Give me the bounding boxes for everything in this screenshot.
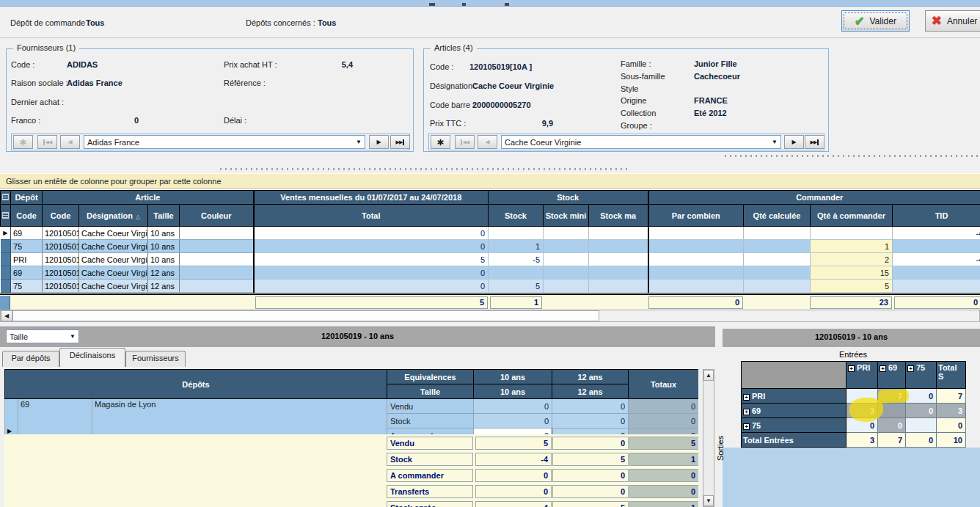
- table-row[interactable]: ▶ 69 12010501 Cache Coeur Virgir 10 ans …: [1, 227, 980, 240]
- matrix-row-69-header[interactable]: +69: [742, 404, 846, 418]
- chevron-down-icon[interactable]: ▼: [769, 139, 778, 145]
- cell-total[interactable]: 0: [254, 240, 489, 253]
- cell-tid[interactable]: [893, 280, 980, 293]
- grid-menu-icon[interactable]: [1, 191, 11, 205]
- next-record-button[interactable]: ▶: [784, 135, 804, 149]
- cell-pri-total[interactable]: 7: [937, 389, 966, 404]
- cell-12ans[interactable]: 0: [552, 399, 629, 414]
- splitter-handle[interactable]: [725, 155, 978, 157]
- cell-taille[interactable]: 12 ans: [148, 280, 180, 293]
- group-header-ventes[interactable]: Ventes mensuelles du 01/07/2017 au 24/07…: [254, 191, 489, 205]
- cell-stock-mini[interactable]: [544, 240, 589, 253]
- cell-couleur[interactable]: [180, 280, 254, 293]
- cell-stock-maxi[interactable]: [589, 240, 648, 253]
- first-record-button[interactable]: ◀◀: [37, 135, 57, 149]
- cell-stock[interactable]: [489, 266, 544, 280]
- previous-record-button[interactable]: ◀: [478, 135, 497, 149]
- col-header-taille[interactable]: Taille: [387, 384, 474, 399]
- cell-stock-maxi[interactable]: [589, 253, 648, 266]
- table-row[interactable]: 69 12010501 Cache Coeur Virgir 12 ans 0 …: [1, 266, 980, 280]
- cell-depot-code[interactable]: 69: [18, 399, 92, 435]
- col-header-article-code[interactable]: Code: [43, 205, 79, 227]
- group-header-depot[interactable]: Dépôt: [11, 191, 43, 205]
- cell-stock[interactable]: 5: [489, 280, 544, 293]
- cell-69-75[interactable]: 0: [906, 404, 937, 418]
- cell-measure-label[interactable]: Stock: [387, 414, 474, 428]
- group-by-hint[interactable]: Glisser un entête de colonne pour groupe…: [0, 173, 980, 189]
- matrix-row-total-header[interactable]: Total Entrées: [742, 433, 846, 448]
- cell-10ans[interactable]: 0: [474, 399, 552, 414]
- cell-stock-maxi[interactable]: [589, 280, 648, 293]
- col-header-stock-maxi[interactable]: Stock ma: [589, 205, 648, 227]
- cell-designation[interactable]: Cache Coeur Virgir: [79, 266, 148, 280]
- col-header-designation[interactable]: Désignation△: [79, 205, 148, 227]
- cell-designation[interactable]: Cache Coeur Virgir: [79, 227, 148, 240]
- tab-declinaisons[interactable]: Déclinaisons: [59, 348, 125, 367]
- table-row[interactable]: 69 Magasin de Lyon Vendu 0 0 0: [5, 399, 699, 414]
- matrix-row-total[interactable]: Total Entrées 3 7 0 10: [742, 433, 966, 448]
- cell-qte-commander[interactable]: 5: [811, 280, 893, 293]
- cell-qte-calculee[interactable]: [744, 253, 811, 266]
- article-combobox[interactable]: Cache Coeur Virginie ▼: [501, 135, 781, 149]
- cell-code[interactable]: 12010501: [43, 240, 79, 253]
- cell-taille[interactable]: 10 ans: [148, 240, 180, 253]
- cell-par-combien[interactable]: [648, 253, 744, 266]
- cell-total-75[interactable]: 0: [906, 433, 937, 448]
- cell-tid[interactable]: -4: [893, 253, 980, 266]
- col-header-10ans-equiv[interactable]: 10 ans: [474, 370, 552, 384]
- cell-12ans[interactable]: 0: [552, 414, 629, 428]
- cell-taille[interactable]: 10 ans: [148, 227, 180, 240]
- col-header-12ans[interactable]: 12 ans: [552, 384, 629, 399]
- cell-stock-mini[interactable]: [544, 266, 589, 280]
- cell-qte-commander[interactable]: 1: [811, 240, 893, 253]
- cell-depot-name[interactable]: Magasin de Lyon: [92, 399, 387, 435]
- cell-tid[interactable]: -4: [893, 227, 980, 240]
- cell-depot[interactable]: 75: [11, 240, 43, 253]
- grid-menu-icon[interactable]: [1, 205, 11, 227]
- matrix-col-total[interactable]: Total S: [937, 362, 966, 389]
- expand-icon[interactable]: +: [907, 365, 914, 372]
- cell-qte-calculee[interactable]: [744, 280, 811, 293]
- matrix-row-75-header[interactable]: +75: [742, 418, 846, 433]
- cell-69-total[interactable]: 3: [937, 404, 966, 418]
- cell-totaux[interactable]: 0: [629, 428, 699, 435]
- expand-icon[interactable]: +: [743, 409, 750, 415]
- col-header-depot-code[interactable]: Code: [11, 205, 43, 227]
- cell-pri-75[interactable]: 0: [906, 389, 937, 404]
- cell-10ans-focused[interactable]: 0: [474, 428, 552, 435]
- cell-stock-mini[interactable]: [544, 253, 589, 266]
- cell-couleur[interactable]: [180, 227, 254, 240]
- previous-record-button[interactable]: ◀: [60, 135, 80, 149]
- cell-code[interactable]: 12010501: [43, 266, 79, 280]
- cell-code[interactable]: 12010501: [43, 280, 79, 293]
- cell-total-69[interactable]: 7: [878, 433, 906, 448]
- cell-75-69[interactable]: 0: [878, 418, 906, 433]
- tab-par-depots[interactable]: Par dépôts: [2, 351, 59, 367]
- fournisseur-combobox[interactable]: Adidas France ▼: [84, 135, 365, 149]
- cell-75-total[interactable]: 0: [937, 418, 966, 433]
- col-header-taille[interactable]: Taille: [148, 205, 180, 227]
- cell-depot[interactable]: 69: [11, 227, 43, 240]
- cell-taille[interactable]: 12 ans: [148, 266, 180, 280]
- cell-qte-commander[interactable]: 2: [811, 253, 893, 266]
- matrix-col-69[interactable]: +69: [878, 362, 906, 389]
- cell-couleur[interactable]: [180, 266, 254, 280]
- cell-measure-label[interactable]: Vendu: [387, 399, 474, 414]
- cell-depot[interactable]: PRI: [11, 253, 43, 266]
- scroll-down-button[interactable]: ▼: [703, 495, 714, 506]
- cell-designation[interactable]: Cache Coeur Virgir: [79, 240, 148, 253]
- cell-code[interactable]: 12010501: [43, 253, 79, 266]
- expand-icon[interactable]: +: [848, 365, 855, 372]
- table-row[interactable]: 75 12010501 Cache Coeur Virgir 10 ans 0 …: [1, 240, 980, 253]
- cell-stock[interactable]: [489, 227, 544, 240]
- cell-75-75[interactable]: [906, 418, 937, 433]
- scroll-up-button[interactable]: ▲: [703, 370, 714, 381]
- cell-couleur[interactable]: [180, 240, 254, 253]
- first-record-button[interactable]: ◀◀: [455, 135, 475, 149]
- col-header-total[interactable]: Total: [254, 205, 489, 227]
- dimension-combobox[interactable]: Taille ▼: [6, 329, 79, 343]
- col-header-stock[interactable]: Stock: [489, 205, 544, 227]
- horizontal-scrollbar[interactable]: ◀: [0, 310, 980, 322]
- matrix-row-pri-header[interactable]: +PRI: [742, 389, 846, 404]
- cell-stock-mini[interactable]: [544, 227, 589, 240]
